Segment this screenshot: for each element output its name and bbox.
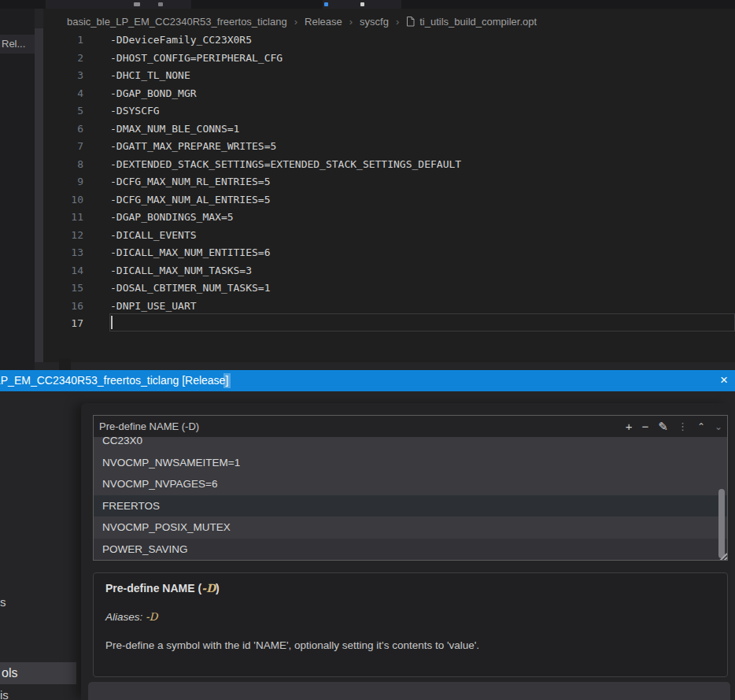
line-number: 9 bbox=[43, 176, 83, 187]
chevron-right-icon: › bbox=[294, 16, 297, 28]
sidebar-scrollbar[interactable] bbox=[35, 28, 43, 362]
code-line[interactable]: 16-DNPI_USE_UART bbox=[43, 297, 735, 315]
editor-tab-strip bbox=[0, 0, 735, 9]
predefine-group-title: Pre-define NAME (-D) bbox=[99, 420, 626, 432]
help-title: Pre-define NAME (-D) bbox=[105, 582, 727, 594]
dialog-titlebar: LP_EM_CC2340R53_freertos_ticlang [Releas… bbox=[0, 370, 735, 391]
code-line[interactable]: 7-DGATT_MAX_PREPARE_WRITES=5 bbox=[43, 137, 735, 155]
code-text: -DCFG_MAX_NUM_AL_ENTRIES=5 bbox=[110, 194, 271, 206]
line-number-active: 17 bbox=[43, 317, 83, 329]
line-number: 11 bbox=[43, 211, 83, 223]
code-line[interactable]: 10-DCFG_MAX_NUM_AL_ENTRIES=5 bbox=[43, 191, 735, 209]
file-icon-remnant bbox=[324, 2, 328, 6]
editor-tab[interactable] bbox=[46, 0, 191, 9]
menu-item-tools-clipped[interactable]: ols bbox=[0, 662, 76, 684]
code-text: -DHCI_TL_NONE bbox=[110, 69, 190, 81]
code-text: -DSYSCFG bbox=[110, 105, 160, 117]
edit-pencil-icon[interactable]: ✎ bbox=[658, 420, 668, 432]
predefine-group-header: Pre-define NAME (-D) + − ✎ ⋮ ⌃ ⌄ bbox=[94, 416, 727, 437]
tab-icon-remnant bbox=[134, 2, 140, 6]
code-text: -DGATT_MAX_PREPARE_WRITES=5 bbox=[110, 140, 276, 152]
tab-icon-remnant bbox=[158, 2, 163, 6]
line-number: 2 bbox=[43, 52, 83, 64]
code-text: -DICALL_MAX_NUM_ENTITIES=6 bbox=[110, 246, 271, 258]
code-text: -DNPI_USE_UART bbox=[110, 300, 197, 312]
list-item[interactable]: NVOCMP_NWSAMEITEM=1 bbox=[94, 452, 727, 474]
breadcrumb-filename[interactable]: ti_utils_build_compiler.opt bbox=[419, 16, 537, 28]
line-number: 7 bbox=[43, 140, 83, 152]
help-aliases: Aliases: -D bbox=[105, 610, 727, 623]
chevron-right-icon: › bbox=[396, 16, 399, 28]
code-text: -DICALL_EVENTS bbox=[110, 229, 197, 241]
line-number: 8 bbox=[43, 158, 83, 170]
predefine-group: Pre-define NAME (-D) + − ✎ ⋮ ⌃ ⌄ CC23X0 … bbox=[93, 415, 728, 561]
more-vertical-icon[interactable]: ⋮ bbox=[678, 421, 688, 431]
close-icon[interactable]: × bbox=[714, 370, 734, 391]
app-window: Rel... basic_ble_LP_EM_CC2340R53_freerto… bbox=[0, 0, 735, 700]
breadcrumb-release[interactable]: Release bbox=[305, 16, 342, 28]
define-list: CC23X0 NVOCMP_NWSAMEITEM=1 NVOCMP_NVPAGE… bbox=[94, 437, 727, 560]
titlebar-cursor bbox=[223, 373, 231, 388]
resize-grip[interactable] bbox=[717, 550, 727, 560]
code-line[interactable]: 5-DSYSCFG bbox=[43, 102, 735, 120]
code-text: -DGAP_BOND_MGR bbox=[110, 87, 197, 99]
code-line[interactable]: 6-DMAX_NUM_BLE_CONNS=1 bbox=[43, 120, 735, 138]
code-line[interactable]: 12-DICALL_EVENTS bbox=[43, 226, 735, 244]
help-box: Pre-define NAME (-D) Aliases: -D Pre-def… bbox=[93, 572, 728, 677]
move-down-icon[interactable]: ⌄ bbox=[715, 422, 722, 431]
line-number: 14 bbox=[43, 265, 83, 276]
dialog-title: LP_EM_CC2340R53_freertos_ticlang [Releas… bbox=[0, 370, 228, 391]
code-line[interactable]: 9-DCFG_MAX_NUM_RL_ENTRIES=5 bbox=[43, 172, 735, 191]
line-number: 3 bbox=[43, 69, 83, 81]
code-line[interactable]: 4-DGAP_BOND_MGR bbox=[43, 84, 735, 102]
line-number: 6 bbox=[43, 123, 83, 135]
breadcrumb-syscfg[interactable]: syscfg bbox=[360, 16, 389, 28]
code-text: -DICALL_MAX_NUM_TASKS=3 bbox=[110, 265, 252, 276]
code-editor[interactable]: basic_ble_LP_EM_CC2340R53_freertos_ticla… bbox=[43, 9, 735, 362]
flag-code: -D bbox=[146, 610, 157, 623]
code-line[interactable]: 1-DDeviceFamily_CC23X0R5 bbox=[43, 31, 735, 49]
line-number: 13 bbox=[43, 246, 83, 258]
code-line[interactable]: 15-DOSAL_CBTIMER_NUM_TASKS=1 bbox=[43, 279, 735, 297]
code-text: -DGAP_BONDINGS_MAX=5 bbox=[110, 211, 234, 223]
code-text: -DEXTENDED_STACK_SETTINGS=EXTENDED_STACK… bbox=[110, 158, 461, 170]
line-number: 5 bbox=[43, 105, 83, 117]
list-scrollbar-thumb[interactable] bbox=[718, 489, 725, 558]
breadcrumb: basic_ble_LP_EM_CC2340R53_freertos_ticla… bbox=[67, 13, 537, 30]
left-sidebar-clipped: Rel... bbox=[0, 9, 35, 391]
line-number: 4 bbox=[43, 87, 83, 99]
sidebar-item-release[interactable]: Rel... bbox=[0, 35, 35, 54]
line-number: 10 bbox=[43, 194, 83, 206]
code-text: -DHOST_CONFIG=PERIPHERAL_CFG bbox=[110, 52, 283, 64]
add-icon[interactable]: + bbox=[626, 420, 633, 432]
code-line[interactable]: 2-DHOST_CONFIG=PERIPHERAL_CFG bbox=[43, 49, 735, 67]
list-item[interactable]: CC23X0 bbox=[94, 437, 727, 452]
list-item[interactable]: NVOCMP_NVPAGES=6 bbox=[94, 473, 727, 495]
code-line[interactable]: 14-DICALL_MAX_NUM_TASKS=3 bbox=[43, 261, 735, 280]
menu-item-clipped[interactable]: is bbox=[0, 688, 9, 700]
help-description: Pre-define a symbol with the id 'NAME', … bbox=[105, 639, 727, 651]
move-up-icon[interactable]: ⌃ bbox=[697, 422, 705, 431]
breadcrumb-project[interactable]: basic_ble_LP_EM_CC2340R53_freertos_ticla… bbox=[67, 16, 287, 28]
code-line[interactable]: 17 bbox=[43, 314, 735, 332]
menu-item-clipped[interactable]: s bbox=[0, 595, 6, 609]
file-icon bbox=[406, 17, 415, 27]
line-number: 1 bbox=[43, 34, 83, 46]
code-line[interactable]: 8-DEXTENDED_STACK_SETTINGS=EXTENDED_STAC… bbox=[43, 155, 735, 173]
code-text: -DOSAL_CBTIMER_NUM_TASKS=1 bbox=[110, 282, 271, 294]
dialog-backdrop: s ols is Pre-define NAME (-D) + − ✎ ⋮ ⌃ … bbox=[0, 391, 735, 700]
code-line[interactable]: 13-DICALL_MAX_NUM_ENTITIES=6 bbox=[43, 243, 735, 261]
code-text: -DMAX_NUM_BLE_CONNS=1 bbox=[110, 123, 239, 135]
list-item[interactable]: NVOCMP_POSIX_MUTEX bbox=[94, 517, 727, 539]
code-line[interactable]: 11-DGAP_BONDINGS_MAX=5 bbox=[43, 208, 735, 226]
next-control-clipped[interactable] bbox=[88, 682, 730, 700]
scrollbar-remnant bbox=[59, 358, 71, 370]
list-item[interactable]: POWER_SAVING bbox=[94, 539, 727, 561]
predefine-dialog-panel: Pre-define NAME (-D) + − ✎ ⋮ ⌃ ⌄ CC23X0 … bbox=[81, 403, 730, 700]
line-number: 12 bbox=[43, 229, 83, 241]
line-number: 15 bbox=[43, 282, 83, 294]
code-line[interactable]: 3-DHCI_TL_NONE bbox=[43, 66, 735, 84]
remove-icon[interactable]: − bbox=[642, 420, 649, 432]
list-item-selected[interactable]: FREERTOS bbox=[94, 495, 727, 517]
code-text: -DCFG_MAX_NUM_RL_ENTRIES=5 bbox=[110, 176, 271, 187]
